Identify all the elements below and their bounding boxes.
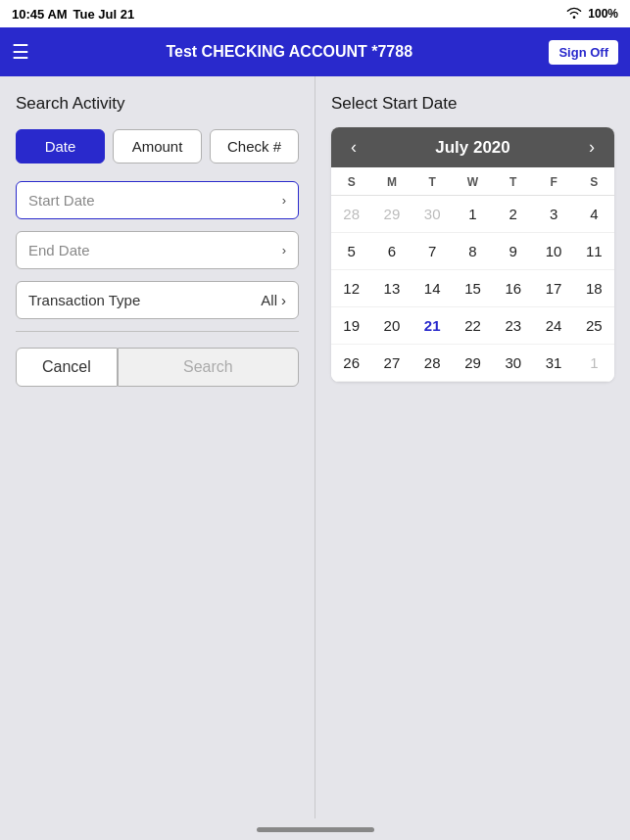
end-date-label: End Date xyxy=(28,242,90,258)
calendar-day-3-5[interactable]: 24 xyxy=(533,307,573,345)
prev-month-button[interactable]: ‹ xyxy=(345,137,363,158)
calendar-day-0-4[interactable]: 2 xyxy=(493,196,533,233)
day-name-thu: T xyxy=(493,167,533,195)
day-name-wed: W xyxy=(453,167,493,195)
calendar-day-1-1[interactable]: 6 xyxy=(371,233,412,270)
calendar-day-names: S M T W T F S xyxy=(331,167,614,196)
calendar-day-4-5[interactable]: 31 xyxy=(533,345,573,382)
calendar-day-1-2[interactable]: 7 xyxy=(412,233,453,270)
tab-date[interactable]: Date xyxy=(16,129,105,163)
home-bar xyxy=(257,827,374,832)
divider xyxy=(16,331,299,332)
calendar-day-2-3[interactable]: 15 xyxy=(453,270,493,307)
calendar-day-0-0[interactable]: 28 xyxy=(331,196,371,233)
home-indicator xyxy=(0,818,630,840)
day-name-mon: M xyxy=(371,167,412,195)
search-button[interactable]: Search xyxy=(118,348,299,387)
calendar-day-2-5[interactable]: 17 xyxy=(533,270,573,307)
calendar-day-1-4[interactable]: 9 xyxy=(493,233,533,270)
calendar-day-3-2[interactable]: 21 xyxy=(412,307,453,345)
transaction-arrow: › xyxy=(281,292,286,308)
calendar-day-3-3[interactable]: 22 xyxy=(453,307,493,345)
calendar: ‹ July 2020 › S M T W T F S 282930123456… xyxy=(331,127,614,382)
status-right: 100% xyxy=(566,7,618,22)
calendar-day-1-6[interactable]: 11 xyxy=(574,233,614,270)
calendar-day-0-1[interactable]: 29 xyxy=(371,196,412,233)
start-date-field[interactable]: Start Date › xyxy=(16,181,299,219)
wifi-icon xyxy=(566,7,582,22)
app-header: ☰ Test CHECKING ACCOUNT *7788 Sign Off xyxy=(0,27,630,76)
calendar-day-2-4[interactable]: 16 xyxy=(493,270,533,307)
calendar-day-4-4[interactable]: 30 xyxy=(493,345,533,382)
status-time: 10:45 AM xyxy=(12,7,68,22)
main-content: Search Activity Date Amount Check # Star… xyxy=(0,76,630,818)
transaction-type-field[interactable]: Transaction Type All › xyxy=(16,281,299,319)
search-activity-title: Search Activity xyxy=(16,94,299,114)
cancel-button[interactable]: Cancel xyxy=(16,348,118,387)
menu-icon[interactable]: ☰ xyxy=(12,40,29,64)
calendar-section-title: Select Start Date xyxy=(331,94,614,114)
calendar-day-4-6[interactable]: 1 xyxy=(574,345,614,382)
start-date-arrow: › xyxy=(282,193,286,208)
calendar-day-3-1[interactable]: 20 xyxy=(371,307,412,345)
battery-text: 100% xyxy=(588,7,618,21)
next-month-button[interactable]: › xyxy=(583,137,601,158)
calendar-day-2-0[interactable]: 12 xyxy=(331,270,371,307)
tab-buttons: Date Amount Check # xyxy=(16,129,299,163)
calendar-day-0-2[interactable]: 30 xyxy=(412,196,453,233)
day-name-fri: F xyxy=(533,167,573,195)
tab-check[interactable]: Check # xyxy=(210,129,299,163)
calendar-day-2-6[interactable]: 18 xyxy=(574,270,614,307)
calendar-grid: 2829301234567891011121314151617181920212… xyxy=(331,196,614,382)
calendar-day-0-6[interactable]: 4 xyxy=(574,196,614,233)
status-left: 10:45 AM Tue Jul 21 xyxy=(12,7,134,22)
status-bar: 10:45 AM Tue Jul 21 100% xyxy=(0,0,630,27)
day-name-tue: T xyxy=(412,167,453,195)
calendar-day-3-4[interactable]: 23 xyxy=(493,307,533,345)
calendar-day-4-3[interactable]: 29 xyxy=(453,345,493,382)
transaction-type-label: Transaction Type xyxy=(28,292,140,308)
calendar-day-4-2[interactable]: 28 xyxy=(412,345,453,382)
calendar-day-1-5[interactable]: 10 xyxy=(533,233,573,270)
calendar-day-3-0[interactable]: 19 xyxy=(331,307,371,345)
sign-off-button[interactable]: Sign Off xyxy=(549,40,618,65)
end-date-field[interactable]: End Date › xyxy=(16,231,299,269)
calendar-day-0-3[interactable]: 1 xyxy=(453,196,493,233)
calendar-day-4-1[interactable]: 27 xyxy=(371,345,412,382)
calendar-day-1-0[interactable]: 5 xyxy=(331,233,371,270)
calendar-header: ‹ July 2020 › xyxy=(331,127,614,167)
left-panel: Search Activity Date Amount Check # Star… xyxy=(0,76,315,818)
transaction-type-value: All › xyxy=(261,292,286,308)
calendar-day-1-3[interactable]: 8 xyxy=(453,233,493,270)
end-date-arrow: › xyxy=(282,243,286,257)
bottom-buttons: Cancel Search xyxy=(16,348,299,387)
right-panel: Select Start Date ‹ July 2020 › S M T W … xyxy=(315,76,630,818)
calendar-day-4-0[interactable]: 26 xyxy=(331,345,371,382)
calendar-month-year: July 2020 xyxy=(435,138,510,158)
tab-amount[interactable]: Amount xyxy=(113,129,202,163)
calendar-day-2-2[interactable]: 14 xyxy=(412,270,453,307)
day-name-sun: S xyxy=(331,167,371,195)
header-title: Test CHECKING ACCOUNT *7788 xyxy=(166,43,412,61)
calendar-day-2-1[interactable]: 13 xyxy=(371,270,412,307)
status-date: Tue Jul 21 xyxy=(73,7,135,22)
day-name-sat: S xyxy=(574,167,614,195)
calendar-day-0-5[interactable]: 3 xyxy=(533,196,573,233)
start-date-label: Start Date xyxy=(28,192,95,209)
calendar-day-3-6[interactable]: 25 xyxy=(574,307,614,345)
